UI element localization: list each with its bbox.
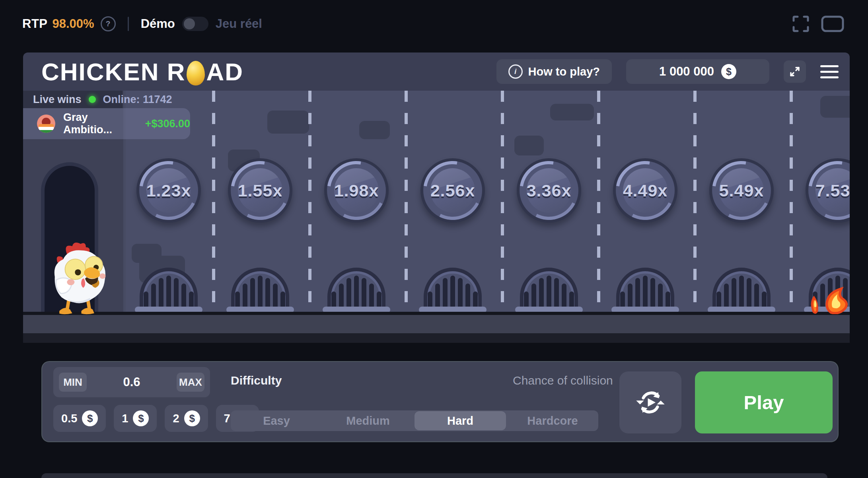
logo-text-right: AD (206, 58, 243, 86)
dollar-coin-icon: $ (133, 410, 149, 426)
dollar-coin-icon: $ (82, 410, 98, 426)
multiplier-value: 3.36x (527, 181, 571, 200)
bet-value[interactable]: 0.6 (123, 375, 140, 389)
multiplier-disc: 3.36x (517, 158, 581, 223)
live-win-entry[interactable]: Gray Ambitio... +$306.00 (23, 108, 190, 139)
difficulty-tab-hardcore[interactable]: Hardcore (507, 410, 598, 431)
multiplier-disc: 1.98x (324, 158, 389, 223)
info-icon: i (508, 64, 523, 79)
sewer-grate (616, 268, 674, 312)
online-count: Online: 11742 (103, 93, 172, 106)
curb (23, 315, 850, 333)
winner-name: Gray Ambitio... (63, 111, 137, 136)
multiplier-disc: 7.53x (806, 158, 850, 223)
sewer-grate (231, 268, 289, 312)
egg-icon (187, 61, 205, 85)
difficulty-tab-easy[interactable]: Easy (231, 410, 322, 431)
rtp-help-icon[interactable]: ? (101, 16, 116, 31)
multiplier-value: 5.49x (719, 181, 764, 200)
fullscreen-icon (792, 15, 810, 33)
game-header: CHICKEN RAD i How to play? 1 000 000 $ (23, 52, 850, 91)
chicken-road-logo: CHICKEN RAD (41, 58, 243, 86)
multiplier-disc: 5.49x (709, 158, 774, 223)
play-button[interactable]: Play (695, 371, 833, 433)
theatre-mode-button[interactable] (821, 16, 844, 32)
app-root: RTP 98.00% ? Démo Jeu réel CHICKEN RA (0, 0, 868, 478)
difficulty-tab-hard[interactable]: Hard (415, 411, 506, 430)
multiplier-value: 1.98x (334, 181, 379, 200)
fullscreen-button[interactable] (792, 15, 810, 33)
lane-divider (308, 91, 311, 312)
multiplier-value: 1.55x (238, 181, 282, 200)
quick-bet-button[interactable]: 1$ (114, 405, 157, 432)
expand-icon (788, 64, 802, 79)
demo-real-toggle[interactable] (182, 17, 208, 31)
top-bar: RTP 98.00% ? Démo Jeu réel (0, 0, 868, 44)
multiplier-value: 4.49x (623, 181, 668, 200)
lane-divider (405, 91, 408, 312)
min-bet-button[interactable]: MIN (59, 373, 87, 392)
multiplier-disc: 2.56x (420, 158, 485, 223)
sewer-grate (327, 268, 385, 312)
demo-mode-label: Démo (141, 17, 175, 31)
road-patch (514, 136, 544, 155)
autoplay-icon (635, 387, 666, 418)
max-bet-button[interactable]: MAX (177, 373, 204, 392)
bet-amount-box: MIN 0.6 MAX (53, 367, 210, 397)
india-flag-icon (39, 124, 54, 133)
lane-divider (501, 91, 504, 312)
live-wins-row: Live wins Online: 11742 (23, 91, 172, 108)
multiplier-value: 7.53x (815, 181, 850, 200)
menu-button[interactable] (820, 65, 839, 78)
lane-divider (212, 91, 215, 312)
dollar-coin-icon: $ (184, 410, 200, 426)
field-bottom-strip (23, 333, 850, 343)
road-patch (550, 104, 594, 120)
menu-icon (820, 65, 839, 67)
sewer-grate (712, 268, 771, 312)
lane-divider (597, 91, 600, 312)
multiplier-value: 1.23x (146, 181, 191, 200)
quick-bet-group: 0.5$1$2$7$ (53, 405, 259, 432)
difficulty-tabs: EasyMediumHardHardcore (231, 410, 598, 431)
real-mode-label: Jeu réel (216, 17, 262, 31)
winner-avatar (37, 115, 55, 133)
balance-display: 1 000 000 $ (626, 59, 769, 84)
road-patch (359, 121, 390, 139)
live-wins-label: Live wins (33, 93, 82, 106)
fire-icon (808, 282, 850, 316)
road-patch (267, 111, 309, 134)
quick-bet-button[interactable]: 0.5$ (53, 405, 106, 432)
sewer-grate (520, 268, 578, 312)
multiplier-disc: 4.49x (613, 158, 677, 223)
how-to-play-button[interactable]: i How to play? (496, 59, 612, 84)
lane-divider (790, 91, 793, 312)
expand-game-button[interactable] (784, 60, 806, 83)
rtp-label: RTP (22, 17, 48, 31)
difficulty-label: Difficulty (231, 374, 282, 387)
autoplay-button[interactable] (619, 371, 681, 433)
road-bottom-line (23, 312, 850, 315)
game-field: 1.23x1.55x1.98x2.56x3.36x4.49x5.49x7.53x (23, 91, 850, 343)
win-amount: +$306.00 (145, 118, 190, 130)
next-section-panel (41, 473, 827, 478)
dollar-coin-icon: $ (721, 64, 736, 79)
how-to-play-label: How to play? (528, 65, 600, 78)
multiplier-value: 2.56x (430, 181, 475, 200)
multiplier-disc: 1.23x (136, 158, 201, 223)
rtp-value: 98.00% (53, 17, 94, 31)
road-patch (132, 244, 162, 263)
difficulty-tab-medium[interactable]: Medium (322, 410, 414, 431)
chicken-character (45, 240, 109, 317)
lane-divider (693, 91, 697, 312)
controls-panel: MIN 0.6 MAX 0.5$1$2$7$ Difficulty Chance… (41, 361, 839, 442)
theatre-mode-icon (821, 16, 844, 32)
chance-of-collision-label: Chance of collision (513, 374, 613, 387)
toggle-knob (184, 18, 195, 29)
quick-bet-button[interactable]: 2$ (165, 405, 208, 432)
road-patch (820, 96, 850, 118)
sewer-grate (424, 268, 482, 312)
online-dot-icon (89, 96, 96, 103)
logo-text-left: CHICKEN R (41, 58, 185, 86)
balance-value: 1 000 000 (659, 64, 714, 79)
